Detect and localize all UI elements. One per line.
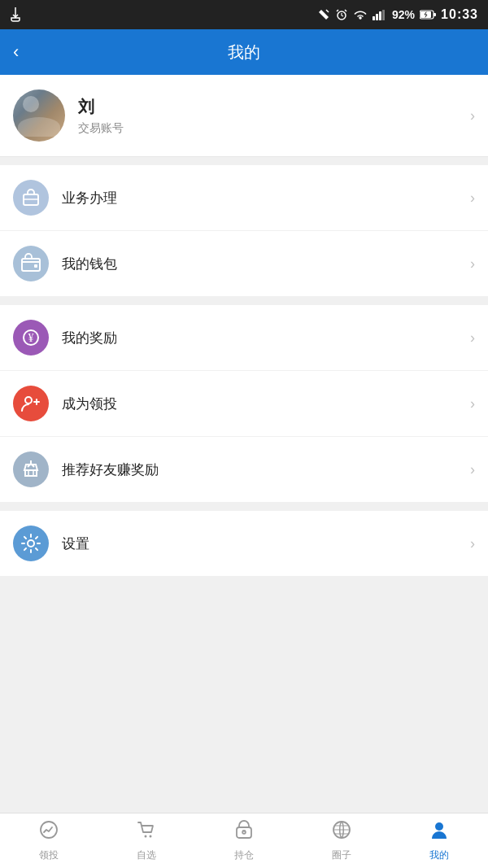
battery-text: 92% — [392, 8, 415, 21]
header: ‹ 我的 — [0, 29, 488, 75]
reward-chevron-icon: › — [470, 329, 475, 347]
svg-point-26 — [435, 822, 443, 831]
nav-label-lingtou: 领投 — [39, 848, 59, 862]
menu-item-lead[interactable]: 成为领投 › — [0, 371, 488, 437]
profile-info: 刘 交易账号 — [78, 96, 470, 136]
nav-label-zixuan: 自选 — [137, 848, 156, 862]
person-icon — [429, 819, 450, 845]
separator-1 — [0, 157, 488, 165]
reward-icon: ¥ — [13, 320, 49, 355]
bag-icon: $ — [233, 819, 255, 845]
profile-subtitle: 交易账号 — [78, 121, 470, 136]
bottom-nav: 领投 自选 $ 持仓 — [0, 813, 488, 868]
wallet-chevron-icon: › — [470, 255, 475, 273]
recommend-icon — [13, 451, 49, 487]
svg-point-20 — [145, 835, 147, 838]
nav-item-lingtou[interactable]: 领投 — [0, 813, 98, 868]
svg-rect-1 — [373, 16, 375, 20]
profile-chevron-icon: › — [470, 107, 475, 124]
separator-3 — [0, 503, 488, 511]
menu-label-lead: 成为领投 — [62, 395, 470, 413]
menu-label-wallet: 我的钱包 — [62, 255, 470, 273]
menu-label-business: 业务办理 — [62, 189, 470, 207]
globe-icon — [331, 819, 352, 845]
menu-label-settings: 设置 — [62, 534, 470, 553]
recommend-chevron-icon: › — [470, 461, 475, 478]
settings-chevron-icon: › — [470, 535, 475, 552]
status-bar: 92% 10:33 — [0, 0, 488, 29]
svg-rect-17 — [28, 470, 33, 476]
menu-item-settings[interactable]: 设置 › — [0, 511, 488, 577]
nav-item-chicang[interactable]: $ 持仓 — [195, 813, 293, 868]
status-right: 92% 10:33 — [317, 7, 478, 22]
separator-2 — [0, 297, 488, 305]
nav-label-chicang: 持仓 — [234, 848, 254, 862]
svg-rect-4 — [382, 10, 385, 20]
business-icon — [13, 180, 49, 216]
menu-label-recommend: 推荐好友赚奖励 — [62, 460, 470, 479]
lead-chevron-icon: › — [470, 395, 475, 412]
svg-point-18 — [28, 540, 34, 547]
settings-icon — [13, 526, 49, 561]
svg-point-21 — [150, 835, 152, 838]
nav-item-quanzi[interactable]: 圈子 — [293, 813, 390, 868]
profile-section[interactable]: 刘 交易账号 › — [0, 75, 488, 157]
svg-rect-7 — [434, 13, 436, 16]
lead-icon — [13, 386, 49, 421]
profile-name: 刘 — [78, 96, 470, 118]
menu-item-wallet[interactable]: 我的钱包 › — [0, 231, 488, 297]
svg-text:¥: ¥ — [28, 332, 34, 344]
nav-label-wode: 我的 — [429, 848, 449, 862]
status-left — [10, 7, 21, 22]
nav-label-quanzi: 圈子 — [332, 848, 351, 862]
svg-rect-2 — [376, 14, 378, 20]
back-button[interactable]: ‹ — [13, 41, 19, 63]
menu-item-business[interactable]: 业务办理 › — [0, 165, 488, 231]
nav-item-zixuan[interactable]: 自选 — [98, 813, 195, 868]
avatar — [13, 89, 65, 142]
svg-rect-11 — [34, 264, 37, 268]
content-area: 刘 交易账号 › 业务办理 › 我的钱包 › — [0, 75, 488, 632]
svg-text:$: $ — [242, 828, 246, 835]
svg-point-19 — [41, 822, 57, 838]
business-chevron-icon: › — [470, 190, 475, 207]
menu-item-recommend[interactable]: 推荐好友赚奖励 › — [0, 437, 488, 503]
chart-icon — [38, 819, 59, 845]
page-title: 我的 — [228, 41, 260, 63]
nav-item-wode[interactable]: 我的 — [390, 813, 488, 868]
cart-icon — [136, 819, 157, 845]
svg-point-14 — [25, 397, 32, 403]
time: 10:33 — [441, 7, 478, 22]
menu-label-reward: 我的奖励 — [62, 329, 470, 347]
svg-rect-3 — [379, 11, 381, 20]
wallet-icon — [13, 246, 49, 281]
menu-item-reward[interactable]: ¥ 我的奖励 › — [0, 305, 488, 371]
